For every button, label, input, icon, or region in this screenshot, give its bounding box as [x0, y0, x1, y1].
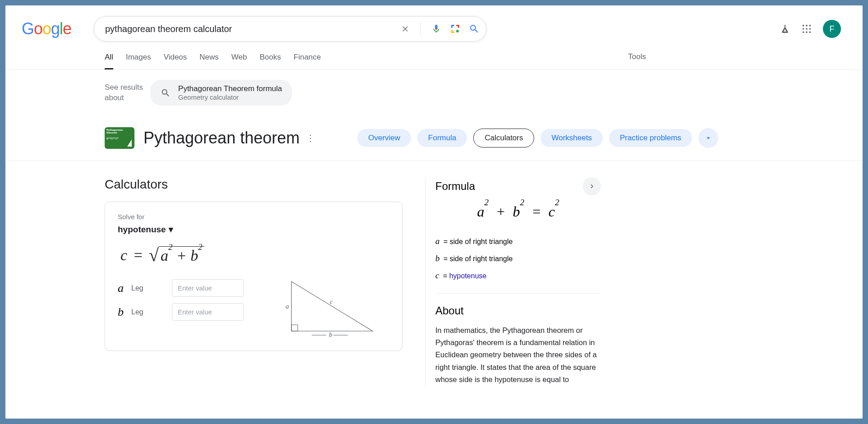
svg-point-13: [803, 32, 804, 33]
chip-calculators[interactable]: Calculators: [473, 129, 534, 147]
lens-icon[interactable]: [450, 23, 461, 34]
svg-point-12: [809, 28, 811, 30]
svg-point-15: [809, 32, 811, 33]
formula-legend: a = side of right triangle b = side of r…: [435, 233, 601, 294]
about-heading: About: [435, 304, 601, 317]
chip-overview[interactable]: Overview: [357, 129, 411, 147]
related-search-chip[interactable]: Pythagorean Theorem formula Geometry cal…: [150, 80, 292, 106]
svg-rect-17: [291, 325, 298, 331]
formula-expression: a2 + b2 = c2: [435, 203, 601, 220]
chevron-right-icon: [588, 182, 596, 190]
chip-subtitle: Geometry calculator: [178, 93, 282, 101]
tab-web[interactable]: Web: [231, 45, 247, 69]
tab-books[interactable]: Books: [260, 45, 281, 69]
mic-icon[interactable]: [431, 23, 442, 34]
input-b[interactable]: [172, 303, 244, 321]
google-logo[interactable]: Google: [22, 19, 76, 38]
tab-all[interactable]: All: [105, 45, 113, 69]
input-row-b: b Leg: [118, 303, 267, 321]
tab-news[interactable]: News: [199, 45, 219, 69]
chevron-down-icon: [704, 134, 712, 142]
svg-text:a: a: [286, 303, 289, 310]
see-results-label: See resultsabout: [105, 83, 143, 102]
svg-point-8: [806, 25, 808, 27]
svg-point-6: [456, 30, 459, 32]
svg-rect-1: [451, 25, 452, 28]
calculator-card: Solve for hypotenuse ▾ c = √ a2 + b2: [105, 202, 402, 351]
labs-icon[interactable]: [780, 23, 790, 34]
tab-finance[interactable]: Finance: [294, 45, 321, 69]
search-icon[interactable]: [469, 23, 480, 34]
about-text: In mathematics, the Pythagorean theorem …: [435, 324, 601, 386]
clear-icon[interactable]: [400, 23, 411, 34]
var-b: b: [118, 305, 131, 319]
svg-point-10: [803, 28, 804, 30]
dropdown-icon: ▾: [169, 224, 173, 235]
svg-point-7: [803, 25, 804, 27]
var-a: a: [118, 281, 131, 295]
solve-for-select[interactable]: hypotenuse ▾: [118, 224, 389, 235]
svg-rect-3: [458, 25, 459, 28]
label-a: Leg: [131, 284, 172, 292]
svg-text:c: c: [330, 298, 333, 305]
chip-formula[interactable]: Formula: [417, 129, 467, 147]
more-chips-button[interactable]: [698, 128, 718, 148]
topic-title: Pythagorean theorem: [143, 129, 300, 147]
header-bar: Google: [5, 5, 863, 44]
topic-thumbnail: Pythagorean theorem a²+b²=c²: [105, 127, 134, 149]
calc-formula: c = √ a2 + b2: [118, 244, 389, 266]
input-row-a: a Leg: [118, 279, 267, 297]
label-b: Leg: [131, 308, 172, 316]
search-box[interactable]: [94, 16, 486, 41]
search-divider: [420, 22, 421, 36]
more-options-icon[interactable]: ⋮: [304, 132, 317, 144]
svg-point-9: [809, 25, 811, 27]
formula-heading: Formula: [435, 180, 475, 193]
svg-text:b: b: [329, 331, 332, 338]
solve-for-label: Solve for: [118, 213, 389, 221]
formula-expand-button[interactable]: [583, 177, 601, 195]
calculators-heading: Calculators: [105, 177, 402, 192]
input-a[interactable]: [172, 279, 244, 297]
tab-videos[interactable]: Videos: [164, 45, 187, 69]
svg-point-11: [806, 28, 808, 30]
tab-images[interactable]: Images: [126, 45, 151, 69]
chip-practice[interactable]: Practice problems: [609, 129, 692, 147]
svg-point-14: [806, 32, 808, 33]
apps-icon[interactable]: [801, 23, 812, 34]
search-icon: [160, 88, 171, 98]
svg-marker-16: [291, 281, 373, 331]
svg-rect-5: [451, 30, 452, 33]
chip-worksheets[interactable]: Worksheets: [540, 129, 602, 147]
search-input[interactable]: [105, 24, 400, 34]
tools-button[interactable]: Tools: [628, 44, 646, 69]
chip-title: Pythagorean Theorem formula: [178, 84, 282, 93]
nav-row: All Images Videos News Web Books Finance…: [5, 44, 863, 70]
triangle-diagram: a b c: [285, 279, 375, 338]
hypotenuse-link[interactable]: hypotenuse: [449, 272, 487, 280]
avatar[interactable]: F: [823, 20, 841, 38]
